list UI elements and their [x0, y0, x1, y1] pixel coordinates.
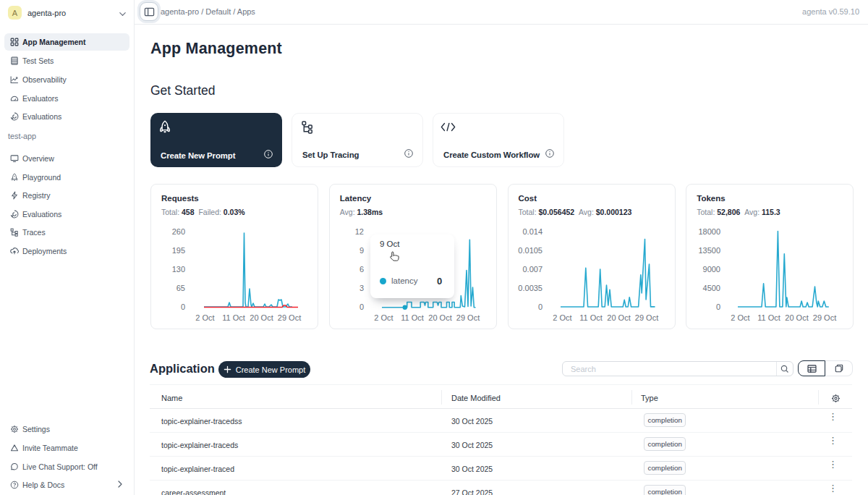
svg-text:2 Oct: 2 Oct	[195, 313, 214, 322]
svg-text:29 Oct: 29 Oct	[456, 313, 480, 322]
svg-text:0: 0	[537, 302, 542, 311]
svg-text:2 Oct: 2 Oct	[374, 313, 393, 322]
svg-text:29 Oct: 29 Oct	[278, 313, 301, 322]
svg-text:0: 0	[716, 302, 720, 311]
svg-text:29 Oct: 29 Oct	[813, 313, 836, 322]
svg-text:11 Oct: 11 Oct	[222, 313, 245, 322]
svg-text:0: 0	[181, 302, 185, 311]
svg-text:0.007: 0.007	[522, 265, 542, 274]
svg-text:12: 12	[355, 227, 364, 236]
svg-text:20 Oct: 20 Oct	[250, 313, 273, 322]
svg-text:0.014: 0.014	[522, 227, 542, 236]
svg-text:11 Oct: 11 Oct	[579, 313, 603, 322]
svg-text:9: 9	[359, 246, 364, 255]
svg-text:18000: 18000	[699, 227, 721, 236]
svg-text:260: 260	[172, 227, 185, 236]
svg-text:0: 0	[359, 302, 364, 311]
svg-text:6: 6	[359, 265, 364, 274]
svg-text:9000: 9000	[703, 265, 720, 274]
svg-text:20 Oct: 20 Oct	[786, 313, 809, 322]
svg-text:11 Oct: 11 Oct	[401, 313, 424, 322]
svg-text:4500: 4500	[703, 284, 720, 292]
svg-text:20 Oct: 20 Oct	[607, 313, 630, 322]
svg-text:2 Oct: 2 Oct	[731, 313, 750, 322]
svg-text:20 Oct: 20 Oct	[428, 313, 451, 322]
svg-text:0.0105: 0.0105	[518, 246, 542, 255]
svg-text:3: 3	[359, 284, 364, 292]
svg-text:0.0035: 0.0035	[518, 284, 542, 292]
svg-text:65: 65	[176, 284, 185, 292]
svg-text:130: 130	[172, 265, 185, 274]
svg-text:29 Oct: 29 Oct	[634, 313, 658, 322]
svg-text:195: 195	[172, 246, 185, 255]
svg-text:13500: 13500	[699, 246, 721, 255]
svg-text:11 Oct: 11 Oct	[757, 313, 780, 322]
svg-text:2 Oct: 2 Oct	[553, 313, 571, 322]
